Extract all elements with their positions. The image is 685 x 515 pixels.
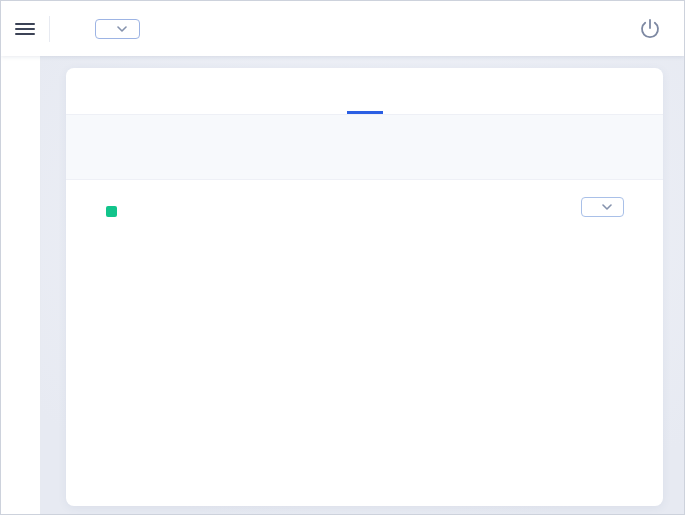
power-button[interactable] xyxy=(638,17,662,41)
hamburger-menu-icon[interactable] xyxy=(15,23,35,35)
chevron-down-icon xyxy=(602,204,612,210)
power-icon xyxy=(638,17,662,41)
chart-legend xyxy=(106,197,663,225)
sidebar-nav xyxy=(1,56,41,514)
tab-transactions[interactable] xyxy=(347,68,383,114)
topbar xyxy=(1,1,684,56)
range-dropdown[interactable] xyxy=(581,197,624,217)
tab-bar xyxy=(66,68,663,115)
stat-last-month xyxy=(212,128,382,179)
stat-last-week xyxy=(382,128,549,179)
transactions-card xyxy=(66,68,663,506)
theme-dropdown[interactable] xyxy=(95,19,140,39)
stat-total xyxy=(66,128,212,179)
stats-row xyxy=(66,115,663,180)
chart-area xyxy=(66,237,663,507)
app-window xyxy=(0,0,685,515)
topbar-divider xyxy=(49,16,50,42)
chevron-down-icon xyxy=(117,26,127,32)
legend-swatch xyxy=(106,206,117,217)
chart-section xyxy=(66,180,663,507)
stat-today xyxy=(549,128,663,179)
